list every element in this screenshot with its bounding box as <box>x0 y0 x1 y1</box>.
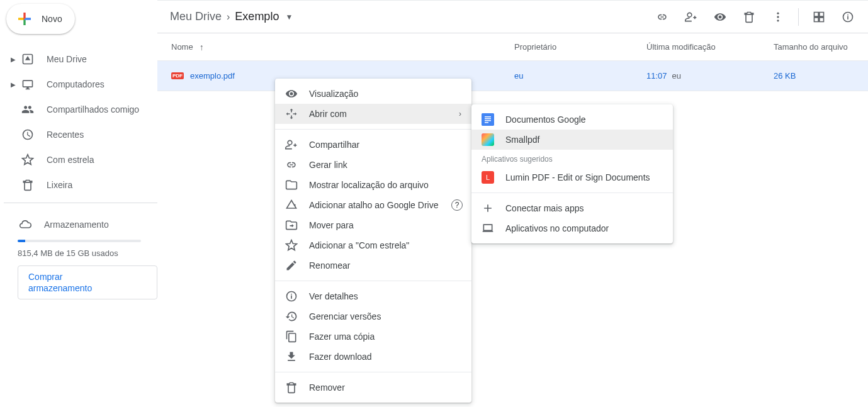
ctx-copy[interactable]: Fazer uma cópia <box>275 326 471 347</box>
sub-desktop-apps[interactable]: Aplicativos no computador <box>471 218 673 238</box>
nav-label: Com estrela <box>47 155 94 165</box>
ctx-download[interactable]: Fazer download <box>275 347 471 367</box>
sub-label: Documentos Google <box>505 114 586 125</box>
sub-more-apps[interactable]: Conectar mais apps <box>471 198 673 218</box>
caret-down-icon: ▼ <box>285 13 293 21</box>
svg-rect-9 <box>485 122 488 123</box>
col-mod[interactable]: Última modificação <box>646 42 774 52</box>
ctx-star[interactable]: Adicionar a "Com estrela" <box>275 235 471 255</box>
ctx-label: Visualização <box>309 89 358 99</box>
svg-point-0 <box>777 12 779 14</box>
new-button-label: Novo <box>42 14 62 24</box>
google-docs-icon <box>482 113 494 126</box>
more-actions-button[interactable] <box>765 4 791 30</box>
ctx-label: Ver detalhes <box>309 291 358 301</box>
col-size[interactable]: Tamanho do arquivo <box>774 42 868 52</box>
preview-button[interactable] <box>707 4 733 30</box>
new-button[interactable]: Novo <box>6 4 75 34</box>
sidebar-item-shared[interactable]: Compartilhados comigo <box>4 97 157 122</box>
ctx-label: Gerar link <box>309 160 347 170</box>
clock-icon <box>20 128 35 141</box>
plus-icon <box>482 202 494 215</box>
file-mod-by: eu <box>672 71 681 81</box>
nav-label: Recentes <box>47 130 84 140</box>
table-header: Nome ↑ Proprietário Última modificação T… <box>157 33 868 61</box>
col-name[interactable]: Nome ↑ <box>171 42 514 52</box>
breadcrumb-current-label: Exemplo <box>235 10 279 23</box>
ctx-open-with[interactable]: Abrir com › <box>275 104 471 124</box>
expand-arrow-icon[interactable]: ▶ <box>9 56 18 63</box>
copy-icon <box>285 330 298 343</box>
svg-rect-7 <box>485 118 491 120</box>
ctx-details[interactable]: Ver detalhes <box>275 286 471 306</box>
shared-icon <box>20 103 35 116</box>
view-toggle-button[interactable] <box>806 4 831 30</box>
table-row[interactable]: PDF exemplo.pdf eu 11:07 eu 26 KB <box>157 61 868 91</box>
lumin-icon: L <box>482 171 494 184</box>
sidebar-item-trash[interactable]: Lixeira <box>4 172 157 198</box>
expand-arrow-icon[interactable]: ▶ <box>9 81 18 88</box>
ctx-remove[interactable]: Remover <box>275 377 471 398</box>
file-owner: eu <box>514 71 646 81</box>
ctx-rename[interactable]: Renomear <box>275 255 471 276</box>
chevron-right-icon: › <box>459 109 461 118</box>
sub-label: Conectar mais apps <box>505 203 584 213</box>
history-icon <box>285 310 298 323</box>
svg-rect-8 <box>485 120 491 121</box>
share-button[interactable] <box>679 4 704 30</box>
storage-usage-text: 815,4 MB de 15 GB usados <box>18 248 157 258</box>
breadcrumb: Meu Drive › Exemplo ▼ <box>170 10 293 23</box>
ctx-share[interactable]: Compartilhar <box>275 135 471 155</box>
download-icon <box>285 350 298 363</box>
toolbar-actions <box>650 4 860 30</box>
buy-storage-button[interactable]: Comprararmazenamento <box>18 265 157 299</box>
col-owner[interactable]: Proprietário <box>514 42 646 52</box>
get-link-button[interactable] <box>650 4 675 30</box>
sidebar-item-recent[interactable]: Recentes <box>4 122 157 147</box>
ctx-move[interactable]: Mover para <box>275 215 471 235</box>
chevron-right-icon: › <box>227 11 230 23</box>
sidebar-item-my-drive[interactable]: ▶ Meu Drive <box>4 47 157 72</box>
pencil-icon <box>285 259 298 272</box>
sub-google-docs[interactable]: Documentos Google <box>471 109 673 130</box>
svg-rect-5 <box>482 113 494 126</box>
sub-lumin[interactable]: L Lumin PDF - Edit or Sign Documents <box>471 167 673 187</box>
ctx-label: Mostrar localização do arquivo <box>309 180 429 190</box>
nav-label: Compartilhados comigo <box>47 104 139 114</box>
ctx-label: Renomear <box>309 260 350 270</box>
sort-arrow-up-icon: ↑ <box>200 42 204 52</box>
delete-button[interactable] <box>736 4 762 30</box>
open-with-submenu: Documentos Google Smallpdf Aplicativos s… <box>471 104 673 243</box>
pdf-icon: PDF <box>171 71 190 81</box>
sidebar-item-computers[interactable]: ▶ Computadores <box>4 72 157 97</box>
ctx-label: Abrir com <box>309 109 347 119</box>
breadcrumb-current[interactable]: Exemplo ▼ <box>235 10 293 23</box>
nav-list: ▶ Meu Drive ▶ Computadores Compartilhado… <box>4 42 157 198</box>
sub-label: Aplicativos no computador <box>505 223 609 233</box>
sub-smallpdf[interactable]: Smallpdf <box>471 130 673 150</box>
smallpdf-icon <box>482 133 494 146</box>
sidebar-item-storage[interactable]: Armazenamento <box>4 212 157 237</box>
svg-point-1 <box>777 16 779 18</box>
ctx-get-link[interactable]: Gerar link <box>275 155 471 175</box>
ctx-show-location[interactable]: Mostrar localização do arquivo <box>275 175 471 195</box>
move-icon <box>285 219 298 231</box>
ctx-label: Fazer uma cópia <box>309 332 375 342</box>
ctx-preview[interactable]: Visualização <box>275 84 471 104</box>
computers-icon <box>20 78 35 91</box>
ctx-add-shortcut[interactable]: Adicionar atalho ao Google Drive ? <box>275 195 471 215</box>
ctx-versions[interactable]: Gerenciar versões <box>275 306 471 326</box>
ctx-label: Fazer download <box>309 352 372 362</box>
breadcrumb-root[interactable]: Meu Drive <box>170 10 222 23</box>
drive-icon <box>20 53 35 65</box>
link-icon <box>285 159 298 171</box>
sidebar: Novo ▶ Meu Drive ▶ Computadores Comparti… <box>0 0 157 407</box>
star-icon <box>20 153 35 166</box>
col-name-label: Nome <box>171 42 193 52</box>
sidebar-item-starred[interactable]: Com estrela <box>4 147 157 172</box>
storage-label: Armazenamento <box>44 220 109 230</box>
toolbar: Meu Drive › Exemplo ▼ <box>157 1 868 33</box>
file-size: 26 KB <box>774 71 868 81</box>
help-icon[interactable]: ? <box>451 199 463 211</box>
info-button[interactable] <box>835 4 860 30</box>
